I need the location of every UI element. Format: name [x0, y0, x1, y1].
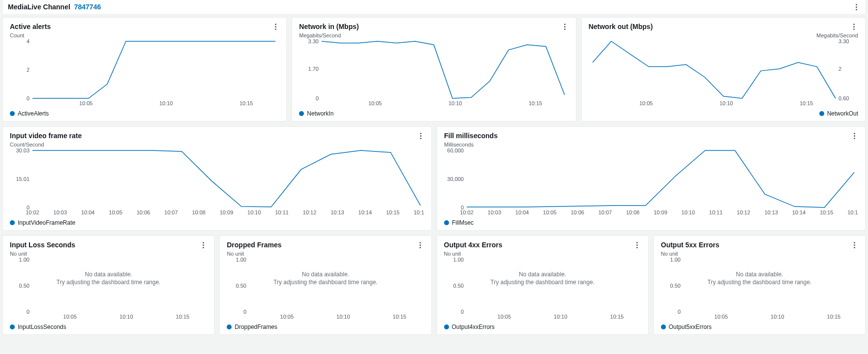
svg-text:10:15: 10:15	[820, 209, 834, 215]
svg-text:10:15: 10:15	[529, 100, 542, 106]
svg-text:10:13: 10:13	[764, 209, 778, 215]
yaxis-label: Megabits/Second	[299, 32, 569, 38]
svg-text:10:10: 10:10	[120, 314, 133, 320]
card-network-out: Network out (Mbps) Megabits/Second 0.602…	[582, 18, 865, 121]
svg-text:10:04: 10:04	[81, 209, 95, 215]
svg-text:0.50: 0.50	[19, 283, 30, 289]
svg-text:30.03: 30.03	[16, 148, 30, 153]
card-network-in: Network in (Mbps) Megabits/Second 01.703…	[292, 18, 575, 121]
no-data-message: No data available. Try adjusting the das…	[708, 270, 812, 287]
svg-text:10:10: 10:10	[682, 209, 695, 215]
svg-text:0: 0	[27, 95, 30, 101]
card-title: Fill milliseconds	[444, 132, 498, 140]
card-menu-icon[interactable]	[417, 132, 424, 140]
no-data-message: No data available. Try adjusting the das…	[490, 270, 595, 287]
card-menu-icon[interactable]	[850, 132, 858, 140]
card-menu-icon[interactable]	[633, 241, 641, 249]
card-menu-icon[interactable]	[850, 23, 858, 30]
card-active-alerts: Active alerts Count 02410:0510:1010:15 A…	[3, 18, 286, 121]
svg-text:1.00: 1.00	[670, 258, 680, 263]
card-input-loss: Input Loss Seconds No unit 00.501.0010:0…	[3, 236, 214, 334]
svg-text:10:10: 10:10	[336, 314, 350, 320]
row-2: Input video frame rate Count/Second 015.…	[3, 127, 865, 230]
nodata-line2: Try adjusting the dashboard time range.	[708, 279, 812, 286]
legend: NetworkIn	[299, 110, 569, 117]
section-menu-icon[interactable]	[852, 3, 860, 11]
svg-text:4: 4	[27, 39, 30, 44]
svg-text:30,000: 30,000	[447, 176, 464, 182]
card-fill-ms: Fill milliseconds Milliseconds 030,00060…	[437, 127, 865, 230]
svg-text:10:07: 10:07	[164, 209, 178, 215]
yaxis-label: No unit	[10, 251, 207, 257]
legend-swatch-icon	[444, 220, 449, 225]
chart-input-loss: 00.501.0010:0510:1010:15 No data availab…	[10, 258, 207, 321]
svg-text:10:10: 10:10	[449, 100, 462, 106]
chart-output-4xx: 00.501.0010:0510:1010:15 No data availab…	[444, 258, 641, 321]
svg-text:10:05: 10:05	[109, 209, 122, 215]
svg-text:10:03: 10:03	[488, 209, 502, 215]
legend-swatch-icon	[10, 111, 15, 116]
row-3: Input Loss Seconds No unit 00.501.0010:0…	[3, 236, 865, 334]
legend: InputLossSeconds	[10, 324, 207, 330]
nodata-line1: No data available.	[302, 271, 349, 278]
svg-text:10:10: 10:10	[771, 314, 784, 320]
card-title: Output 4xx Errors	[444, 241, 503, 249]
svg-text:10:12: 10:12	[737, 209, 750, 215]
card-title: Input video frame rate	[10, 132, 82, 140]
svg-text:0: 0	[460, 309, 463, 315]
svg-text:10:05: 10:05	[79, 100, 93, 106]
card-title: Dropped Frames	[227, 241, 281, 249]
svg-text:10:14: 10:14	[359, 209, 372, 215]
svg-text:0.50: 0.50	[670, 283, 680, 289]
legend-label: InputLossSeconds	[18, 324, 66, 330]
svg-text:10:15: 10:15	[386, 209, 400, 215]
legend: InputVideoFrameRate	[10, 219, 424, 226]
svg-text:10:11: 10:11	[275, 209, 289, 215]
svg-text:10:15: 10:15	[393, 314, 407, 320]
svg-text:10:06: 10:06	[570, 209, 584, 215]
svg-text:10:15: 10:15	[610, 314, 624, 320]
svg-text:10:02: 10:02	[26, 209, 39, 215]
card-title: Output 5xx Errors	[661, 241, 719, 249]
legend-swatch-icon	[661, 324, 666, 329]
svg-text:10:12: 10:12	[303, 209, 317, 215]
card-menu-icon[interactable]	[417, 241, 424, 249]
svg-text:1.00: 1.00	[236, 258, 246, 263]
legend-swatch-icon	[227, 324, 232, 329]
card-output-4xx: Output 4xx Errors No unit 00.501.0010:05…	[437, 236, 648, 334]
chart-output-5xx: 00.501.0010:0510:1010:15 No data availab…	[661, 258, 858, 321]
nodata-line1: No data available.	[736, 271, 783, 278]
svg-text:10:15: 10:15	[800, 100, 813, 106]
legend-swatch-icon	[10, 220, 15, 225]
yaxis-label: Megabits/Second	[589, 32, 858, 38]
legend: FillMsec	[444, 219, 858, 226]
yaxis-label: No unit	[227, 251, 424, 257]
chart-network-out: 0.6023.3010:0510:1010:15	[589, 39, 858, 107]
card-dropped-frames: Dropped Frames No unit 00.501.0010:0510:…	[220, 236, 431, 334]
svg-text:10:14: 10:14	[792, 209, 806, 215]
card-menu-icon[interactable]	[199, 241, 207, 249]
legend-swatch-icon	[444, 324, 449, 329]
svg-text:3.30: 3.30	[308, 39, 319, 44]
svg-text:2: 2	[27, 67, 30, 73]
legend: NetworkOut	[589, 110, 858, 117]
legend-swatch-icon	[10, 324, 15, 329]
svg-text:10:15: 10:15	[827, 314, 840, 320]
card-menu-icon[interactable]	[850, 241, 858, 249]
svg-text:10:16: 10:16	[414, 209, 424, 215]
svg-text:1.00: 1.00	[19, 258, 30, 263]
yaxis-label: No unit	[661, 251, 858, 257]
svg-text:1.00: 1.00	[453, 258, 463, 263]
svg-text:10:05: 10:05	[543, 209, 557, 215]
card-title: Network in (Mbps)	[299, 23, 359, 30]
nodata-line2: Try adjusting the dashboard time range.	[273, 279, 378, 286]
legend-label: InputVideoFrameRate	[18, 219, 75, 226]
svg-text:10:03: 10:03	[54, 209, 67, 215]
channel-id-link[interactable]: 7847746	[74, 3, 101, 11]
card-title: Network out (Mbps)	[589, 23, 653, 30]
card-menu-icon[interactable]	[271, 23, 279, 30]
card-menu-icon[interactable]	[561, 23, 569, 30]
svg-text:10:10: 10:10	[719, 100, 733, 106]
svg-text:10:09: 10:09	[654, 209, 667, 215]
legend-label: FillMsec	[452, 219, 474, 226]
